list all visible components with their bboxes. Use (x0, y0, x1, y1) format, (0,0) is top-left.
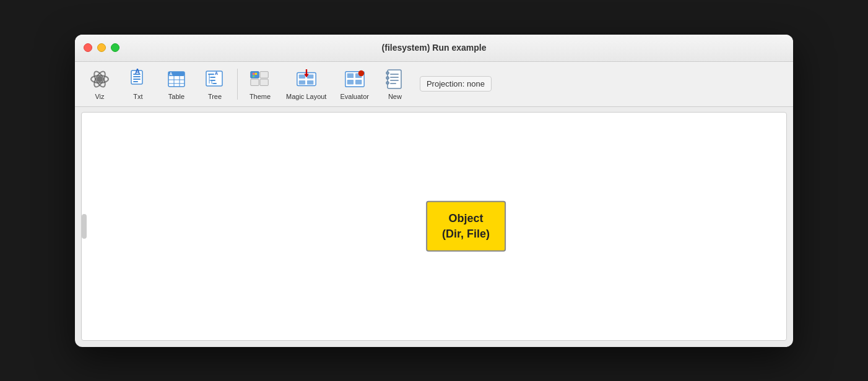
txt-button[interactable]: A Txt (119, 66, 157, 103)
window-title: (filesystem) Run example (382, 43, 487, 53)
viz-icon (89, 68, 111, 90)
maximize-button[interactable] (111, 43, 119, 52)
table-icon: A (165, 68, 188, 90)
svg-rect-18 (208, 74, 214, 75)
tree-label: Tree (208, 93, 222, 100)
viz-label: Viz (95, 93, 104, 100)
magic-layout-button[interactable]: Magic Layout (280, 66, 332, 103)
theme-icon (249, 68, 271, 90)
svg-text:A: A (169, 72, 172, 76)
projection-badge: Projection: none (420, 76, 492, 92)
traffic-lights (84, 43, 119, 52)
table-label: Table (168, 93, 184, 100)
magic-layout-icon (295, 68, 318, 90)
txt-icon: A (127, 68, 149, 90)
svg-text:A: A (215, 71, 218, 75)
new-label: New (388, 93, 402, 100)
svg-rect-40 (307, 80, 313, 84)
svg-rect-28 (251, 71, 259, 77)
txt-label: Txt (133, 93, 142, 100)
svg-rect-50 (390, 74, 399, 75)
svg-rect-29 (260, 71, 268, 77)
svg-rect-44 (347, 73, 353, 78)
svg-point-33 (254, 72, 257, 75)
canvas-area: Object (Dir, File) (81, 112, 787, 341)
minimize-button[interactable] (97, 43, 106, 52)
scrollbar-left[interactable] (82, 214, 87, 239)
svg-rect-30 (251, 79, 259, 85)
table-button[interactable]: A Table (158, 66, 195, 103)
title-bar: (filesystem) Run example (75, 35, 793, 62)
evaluator-icon (344, 68, 366, 90)
toolbar: Viz A Txt (75, 62, 793, 107)
svg-rect-39 (298, 80, 305, 84)
svg-rect-31 (260, 79, 268, 85)
tree-icon: A (204, 68, 226, 90)
svg-rect-49 (388, 70, 401, 88)
evaluator-label: Evaluator (340, 93, 368, 100)
svg-point-35 (254, 75, 257, 77)
svg-rect-47 (355, 79, 362, 84)
svg-rect-37 (298, 74, 305, 79)
tree-button[interactable]: A Tree (196, 66, 233, 103)
theme-button[interactable]: Theme (241, 66, 279, 103)
toolbar-separator (237, 69, 238, 100)
object-box-line2: (Dir, File) (442, 226, 490, 242)
svg-rect-51 (390, 77, 399, 78)
svg-rect-20 (210, 80, 215, 81)
svg-point-0 (97, 76, 103, 82)
svg-point-34 (253, 75, 255, 77)
app-window: (filesystem) Run example Viz (75, 35, 793, 347)
svg-point-32 (253, 72, 255, 75)
svg-text:A: A (135, 69, 140, 75)
svg-rect-52 (390, 80, 399, 81)
object-box-line1: Object (442, 210, 490, 226)
svg-rect-7 (133, 79, 141, 80)
svg-rect-46 (347, 79, 353, 84)
new-icon (384, 68, 406, 90)
close-button[interactable] (84, 43, 92, 52)
magic-layout-label: Magic Layout (286, 93, 326, 100)
svg-rect-19 (210, 77, 215, 78)
svg-rect-38 (307, 74, 313, 79)
new-button[interactable]: New (376, 66, 414, 103)
theme-label: Theme (250, 93, 271, 100)
object-box[interactable]: Object (Dir, File) (426, 200, 506, 251)
viz-button[interactable]: Viz (81, 66, 118, 103)
svg-point-48 (358, 70, 363, 75)
evaluator-button[interactable]: Evaluator (334, 66, 375, 103)
svg-rect-8 (133, 81, 138, 82)
svg-rect-53 (390, 83, 396, 84)
svg-rect-6 (133, 76, 141, 77)
